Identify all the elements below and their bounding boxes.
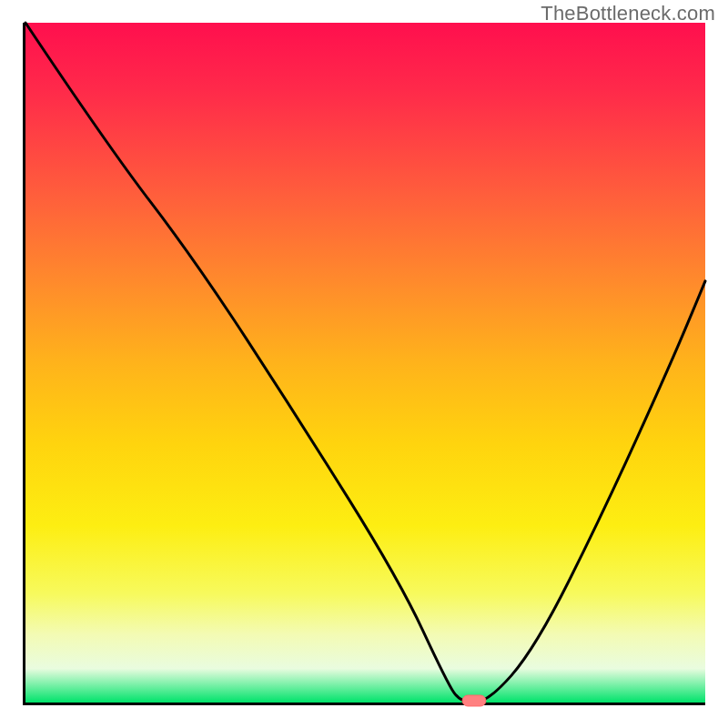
curve-layer [25,23,705,703]
chart-container: TheBottleneck.com [0,0,728,728]
bottleneck-curve [25,23,705,703]
optimum-marker [462,695,486,706]
plot-area [23,23,705,705]
